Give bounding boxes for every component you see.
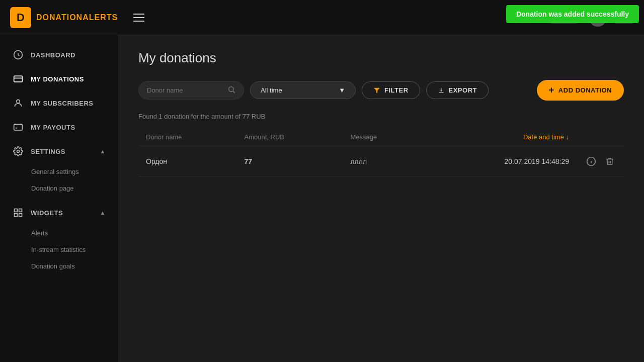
sidebar: DASHBOARD MY DONATIONS MY SUBSCRIBERS MY…	[0, 35, 118, 362]
filter-btn-label: FILTER	[384, 86, 409, 94]
dropdown-arrow-icon: ▼	[339, 86, 345, 94]
search-box[interactable]	[138, 81, 244, 100]
topbar: D DONATIONALERTS Bala... 👤 ... Donation …	[0, 0, 644, 35]
widgets-submenu: Alerts In-stream statistics Donation goa…	[0, 225, 118, 279]
add-donation-button[interactable]: + ADD DONATION	[537, 80, 624, 101]
filter-button[interactable]: FILTER	[362, 81, 420, 99]
sidebar-item-widgets[interactable]: WIDGETS ▲	[0, 201, 118, 225]
sidebar-item-donation-page[interactable]: Donation page	[0, 180, 118, 197]
datetime-cell: 20.07.2019 14:48:29	[423, 146, 577, 177]
main-content: My donations All time ▼ FILTER EXPORT	[118, 35, 644, 362]
success-notification: Donation was added successfully	[506, 5, 639, 23]
col-header-donor: Donor name	[138, 128, 237, 146]
filter-icon	[373, 87, 380, 94]
svg-rect-8	[19, 209, 22, 212]
col-header-message: Message	[343, 128, 423, 146]
payouts-icon	[13, 122, 24, 133]
settings-chevron-icon: ▲	[100, 148, 106, 154]
time-filter-value: All time	[261, 86, 282, 94]
trash-icon	[605, 157, 614, 166]
col-header-datetime[interactable]: Date and time ↓	[423, 128, 577, 146]
sidebar-item-my-donations[interactable]: MY DONATIONS	[0, 67, 118, 91]
add-icon: +	[549, 85, 554, 96]
widgets-chevron-icon: ▲	[100, 210, 106, 216]
svg-rect-7	[15, 209, 18, 212]
widgets-icon	[13, 207, 24, 218]
sidebar-item-my-payouts[interactable]: MY PAYOUTS	[0, 115, 118, 139]
settings-icon	[13, 146, 24, 157]
actions-cell	[577, 146, 624, 177]
sidebar-label-settings: SETTINGS	[31, 148, 65, 155]
sidebar-label-dashboard: DASHBOARD	[31, 51, 75, 59]
layout: DASHBOARD MY DONATIONS MY SUBSCRIBERS MY…	[0, 35, 644, 362]
donations-icon	[13, 73, 24, 84]
sidebar-label-widgets: WIDGETS	[31, 209, 63, 217]
logo-area: D DONATIONALERTS	[10, 7, 128, 28]
info-icon	[586, 156, 596, 166]
message-cell: лллл	[343, 146, 423, 177]
sidebar-label-my-subscribers: MY SUBSCRIBERS	[31, 100, 94, 107]
result-text: Found 1 donation for the amount of 77 RU…	[138, 113, 624, 120]
add-btn-label: ADD DONATION	[558, 86, 612, 94]
hamburger-menu[interactable]	[133, 14, 144, 22]
table-row: Ордон 77 лллл 20.07.2019 14:48:29	[138, 146, 624, 177]
sidebar-item-general-settings[interactable]: General settings	[0, 163, 118, 180]
sidebar-item-donation-goals[interactable]: Donation goals	[0, 258, 118, 275]
export-btn-label: EXPORT	[449, 86, 477, 94]
logo-icon: D	[10, 7, 31, 28]
svg-rect-10	[19, 214, 22, 217]
export-button[interactable]: EXPORT	[426, 81, 489, 99]
svg-line-12	[233, 91, 235, 93]
search-icon	[227, 85, 235, 95]
col-header-amount: Amount, RUB	[237, 128, 343, 146]
svg-point-6	[17, 150, 20, 153]
sidebar-label-my-payouts: MY PAYOUTS	[31, 124, 75, 131]
svg-marker-13	[374, 87, 380, 93]
sidebar-item-my-subscribers[interactable]: MY SUBSCRIBERS	[0, 91, 118, 115]
svg-point-3	[17, 100, 20, 103]
donations-table: Donor name Amount, RUB Message Date and …	[138, 128, 624, 177]
toolbar: All time ▼ FILTER EXPORT + ADD DONATION	[138, 80, 624, 101]
amount-cell: 77	[237, 146, 343, 177]
svg-rect-9	[15, 214, 18, 217]
time-filter-dropdown[interactable]: All time ▼	[250, 81, 356, 99]
dashboard-icon	[13, 49, 24, 60]
svg-point-11	[229, 87, 233, 92]
donor-name-cell: Ордон	[138, 146, 237, 177]
sidebar-item-dashboard[interactable]: DASHBOARD	[0, 43, 118, 67]
sidebar-item-instream-stats[interactable]: In-stream statistics	[0, 241, 118, 258]
sidebar-label-my-donations: MY DONATIONS	[31, 75, 84, 83]
svg-rect-4	[14, 124, 23, 130]
subscribers-icon	[13, 98, 24, 109]
delete-button[interactable]	[603, 155, 616, 168]
sidebar-item-alerts[interactable]: Alerts	[0, 225, 118, 241]
info-button[interactable]	[584, 154, 598, 168]
logo-text: DONATIONALERTS	[36, 13, 118, 22]
sidebar-item-settings[interactable]: SETTINGS ▲	[0, 139, 118, 163]
settings-submenu: General settings Donation page	[0, 163, 118, 201]
search-input[interactable]	[147, 86, 223, 94]
svg-rect-1	[14, 76, 23, 82]
export-icon	[438, 87, 445, 94]
page-title: My donations	[138, 50, 624, 66]
